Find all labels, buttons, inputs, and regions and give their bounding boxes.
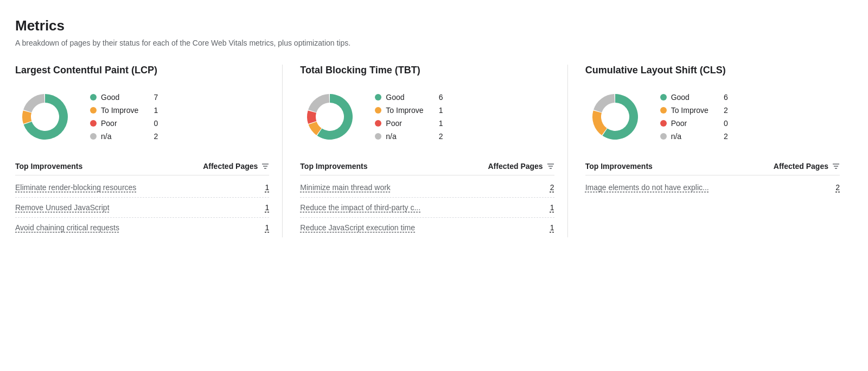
legend-count-cls-0: 6 xyxy=(722,93,728,102)
improvements-header-col2-tbt[interactable]: Affected Pages xyxy=(488,162,554,171)
improvements-header-col2-cls[interactable]: Affected Pages xyxy=(774,162,840,171)
legend-label-lcp-1: To Improve xyxy=(101,106,138,115)
improvement-row: Avoid chaining critical requests1 xyxy=(15,218,269,237)
improvement-link[interactable]: Image elements do not have explic... xyxy=(585,183,829,192)
improvements-header-col2-lcp[interactable]: Affected Pages xyxy=(203,162,269,171)
legend-item-tbt-0: Good6 xyxy=(375,93,443,102)
legend-count-tbt-0: 6 xyxy=(437,93,443,102)
donut-section-tbt: Good6To Improve1Poor1n/a2 xyxy=(300,87,554,147)
legend-label-cls-0: Good xyxy=(671,93,709,102)
metric-title-lcp: Largest Contentful Paint (LCP) xyxy=(15,65,269,76)
legend-label-cls-3: n/a xyxy=(671,132,709,141)
improvement-count: 1 xyxy=(265,203,270,212)
legend-count-lcp-1: 1 xyxy=(151,106,158,115)
page-subtitle: A breakdown of pages by their status for… xyxy=(15,39,853,47)
filter-icon[interactable] xyxy=(261,162,269,170)
legend-item-lcp-3: n/a2 xyxy=(90,132,158,141)
legend-dot-cls-3 xyxy=(660,133,667,140)
legend-item-lcp-1: To Improve1 xyxy=(90,106,158,115)
legend-dot-lcp-0 xyxy=(90,94,97,100)
improvement-row: Image elements do not have explic...2 xyxy=(585,178,840,197)
donut-chart xyxy=(15,87,75,147)
improvement-link[interactable]: Eliminate render-blocking resources xyxy=(15,183,259,192)
legend-item-tbt-2: Poor1 xyxy=(375,119,443,128)
improvement-count: 2 xyxy=(835,183,840,192)
legend-dot-tbt-1 xyxy=(375,107,381,114)
legend-tbt: Good6To Improve1Poor1n/a2 xyxy=(375,93,443,141)
legend-label-cls-1: To Improve xyxy=(671,106,709,115)
metrics-grid: Largest Contentful Paint (LCP)Good7To Im… xyxy=(15,65,853,237)
legend-dot-tbt-2 xyxy=(375,120,381,127)
legend-dot-lcp-2 xyxy=(90,120,97,127)
filter-icon[interactable] xyxy=(547,162,554,170)
donut-container-tbt xyxy=(300,87,360,147)
improvement-row: Minimize main thread work2 xyxy=(300,178,554,198)
donut-chart xyxy=(585,87,645,147)
improvement-link[interactable]: Avoid chaining critical requests xyxy=(15,223,259,232)
improvement-count: 1 xyxy=(265,183,270,192)
legend-count-tbt-3: 2 xyxy=(437,132,443,141)
donut-container-cls xyxy=(585,87,645,147)
improvements-header-tbt: Top ImprovementsAffected Pages xyxy=(300,162,554,175)
legend-item-tbt-1: To Improve1 xyxy=(375,106,443,115)
improvements-section-lcp: Top ImprovementsAffected Pages Eliminate… xyxy=(15,162,269,237)
metric-card-cls: Cumulative Layout Shift (CLS)Good6To Imp… xyxy=(585,65,853,237)
legend-label-tbt-2: Poor xyxy=(386,119,423,128)
legend-dot-tbt-3 xyxy=(375,133,381,140)
legend-count-cls-1: 2 xyxy=(722,106,728,115)
improvements-header-col1-cls: Top Improvements xyxy=(585,162,774,171)
improvements-header-lcp: Top ImprovementsAffected Pages xyxy=(15,162,269,175)
donut-chart xyxy=(300,87,360,147)
improvements-section-cls: Top ImprovementsAffected Pages Image ele… xyxy=(585,162,840,197)
improvement-link[interactable]: Reduce JavaScript execution time xyxy=(300,223,544,232)
legend-dot-cls-0 xyxy=(660,94,667,100)
legend-count-tbt-2: 1 xyxy=(437,119,443,128)
improvements-header-cls: Top ImprovementsAffected Pages xyxy=(585,162,840,175)
improvement-row: Remove Unused JavaScript1 xyxy=(15,198,269,218)
legend-item-cls-1: To Improve2 xyxy=(660,106,728,115)
legend-dot-cls-1 xyxy=(660,107,667,114)
donut-container-lcp xyxy=(15,87,75,147)
legend-lcp: Good7To Improve1Poor0n/a2 xyxy=(90,93,158,141)
metric-title-cls: Cumulative Layout Shift (CLS) xyxy=(585,65,840,76)
legend-count-cls-2: 0 xyxy=(722,119,728,128)
metric-title-tbt: Total Blocking Time (TBT) xyxy=(300,65,554,76)
page-title: Metrics xyxy=(15,17,853,34)
improvements-section-tbt: Top ImprovementsAffected Pages Minimize … xyxy=(300,162,554,237)
legend-dot-tbt-0 xyxy=(375,94,381,100)
legend-item-cls-0: Good6 xyxy=(660,93,728,102)
legend-item-cls-2: Poor0 xyxy=(660,119,728,128)
improvements-header-col1-tbt: Top Improvements xyxy=(300,162,488,171)
improvement-row: Reduce JavaScript execution time1 xyxy=(300,218,554,237)
legend-dot-lcp-1 xyxy=(90,107,97,114)
legend-count-tbt-1: 1 xyxy=(437,106,443,115)
improvement-link[interactable]: Minimize main thread work xyxy=(300,183,544,192)
legend-label-tbt-1: To Improve xyxy=(386,106,423,115)
legend-label-tbt-0: Good xyxy=(386,93,423,102)
legend-item-lcp-2: Poor0 xyxy=(90,119,158,128)
filter-icon[interactable] xyxy=(832,162,840,170)
legend-count-lcp-3: 2 xyxy=(151,132,158,141)
legend-count-lcp-2: 0 xyxy=(151,119,158,128)
metric-card-tbt: Total Blocking Time (TBT)Good6To Improve… xyxy=(300,65,567,237)
donut-section-lcp: Good7To Improve1Poor0n/a2 xyxy=(15,87,269,147)
legend-label-tbt-3: n/a xyxy=(386,132,423,141)
legend-count-cls-3: 2 xyxy=(722,132,728,141)
legend-dot-lcp-3 xyxy=(90,133,97,140)
improvement-count: 1 xyxy=(550,223,554,232)
legend-label-lcp-2: Poor xyxy=(101,119,138,128)
donut-section-cls: Good6To Improve2Poor0n/a2 xyxy=(585,87,840,147)
legend-label-lcp-3: n/a xyxy=(101,132,138,141)
improvement-count: 1 xyxy=(265,223,270,232)
legend-cls: Good6To Improve2Poor0n/a2 xyxy=(660,93,728,141)
improvement-link[interactable]: Remove Unused JavaScript xyxy=(15,203,259,212)
legend-label-lcp-0: Good xyxy=(101,93,138,102)
improvement-row: Eliminate render-blocking resources1 xyxy=(15,178,269,198)
legend-item-tbt-3: n/a2 xyxy=(375,132,443,141)
improvements-header-col1-lcp: Top Improvements xyxy=(15,162,203,171)
improvement-link[interactable]: Reduce the impact of third-party c... xyxy=(300,203,544,212)
legend-dot-cls-2 xyxy=(660,120,667,127)
improvement-count: 2 xyxy=(550,183,554,192)
legend-item-lcp-0: Good7 xyxy=(90,93,158,102)
legend-item-cls-3: n/a2 xyxy=(660,132,728,141)
